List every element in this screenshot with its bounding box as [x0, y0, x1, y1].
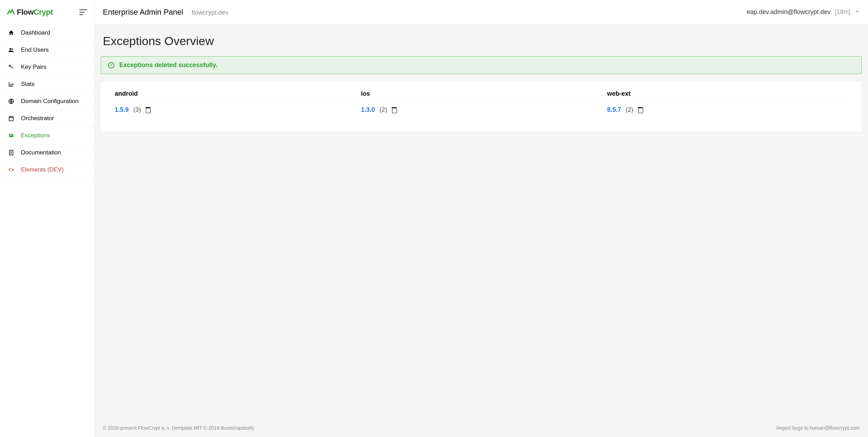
count-android: (3) [133, 106, 141, 113]
page-title: Exceptions Overview [94, 34, 868, 56]
users-icon [8, 46, 15, 53]
panel-title: Enterprise Admin Panel [103, 8, 183, 17]
sidebar-item-label: Stats [21, 81, 35, 88]
nav-list: Dashboard End Users Key Pairs Stats Doma… [0, 24, 94, 179]
sidebar-item-orchestrator[interactable]: Orchestrator [0, 110, 94, 127]
topbar: Enterprise Admin Panel flowcrypt.dev eap… [94, 0, 868, 24]
sidebar-item-label: End Users [21, 46, 49, 53]
exceptions-icon [8, 132, 15, 139]
exceptions-table: android ios web-ext 1.5.9 (3) [112, 86, 851, 118]
footer: © 2020-present FlowCrypt a. s. (template… [94, 419, 868, 437]
footer-copyright: © 2020-present FlowCrypt a. s. (template… [103, 425, 254, 431]
count-web-ext: (2) [626, 106, 633, 113]
code-icon [8, 166, 15, 173]
column-header-android: android [112, 86, 358, 102]
column-header-web-ext: web-ext [604, 86, 851, 102]
sidebar: FlowCrypt Dashboard End Users Key Pairs … [0, 0, 94, 437]
footer-bugs: Report bugs to human@flowcrypt.com [776, 425, 860, 431]
menu-toggle-icon[interactable] [79, 9, 87, 15]
check-circle-icon: ✓ [108, 62, 114, 68]
chevron-down-icon[interactable] [855, 9, 860, 15]
svg-point-0 [9, 48, 11, 50]
sidebar-item-dashboard[interactable]: Dashboard [0, 24, 94, 42]
count-ios: (2) [379, 106, 387, 113]
globe-icon [8, 98, 15, 105]
sidebar-item-label: Key Pairs [21, 64, 47, 71]
sidebar-item-exceptions[interactable]: Exceptions [0, 127, 94, 144]
home-icon [8, 29, 15, 36]
trash-icon[interactable] [145, 107, 150, 113]
sidebar-item-domain-config[interactable]: Domain Configuration [0, 93, 94, 110]
session-time: [18m] [835, 8, 851, 16]
table-row: 1.5.9 (3) 1.3.0 (2) 8.5.7 [112, 102, 851, 118]
logo[interactable]: FlowCrypt [7, 8, 53, 17]
sidebar-item-label: Domain Configuration [21, 98, 78, 105]
user-menu[interactable]: eap.dev.admin@flowcrypt.dev [18m] [747, 8, 860, 16]
sidebar-item-documentation[interactable]: Documentation [0, 144, 94, 161]
calendar-icon [8, 115, 15, 122]
sidebar-item-label: Orchestrator [21, 115, 54, 122]
footer-bugs-email-link[interactable]: human@flowcrypt.com [810, 425, 860, 431]
main-region: Enterprise Admin Panel flowcrypt.dev eap… [94, 0, 868, 437]
version-link-ios[interactable]: 1.3.0 [361, 106, 375, 113]
sidebar-item-label: Dashboard [21, 29, 50, 36]
content-area: Exceptions Overview ✓ Exceptions deleted… [94, 24, 868, 419]
logo-text-crypt: Crypt [34, 8, 53, 16]
stats-icon [8, 81, 15, 88]
svg-point-1 [12, 49, 13, 50]
keys-icon [8, 64, 15, 71]
sidebar-item-label: Documentation [21, 149, 61, 156]
svg-rect-4 [9, 117, 13, 121]
sidebar-item-stats[interactable]: Stats [0, 76, 94, 93]
trash-icon[interactable] [392, 107, 397, 113]
exceptions-card: android ios web-ext 1.5.9 (3) [101, 82, 862, 132]
sidebar-header: FlowCrypt [0, 0, 94, 24]
column-header-ios: ios [358, 86, 604, 102]
doc-icon [8, 149, 15, 156]
sidebar-item-label: Elements (DEV) [21, 166, 64, 173]
sidebar-item-label: Exceptions [21, 132, 50, 139]
logo-mark-icon [7, 8, 15, 16]
sidebar-item-elements-dev[interactable]: Elements (DEV) [0, 161, 94, 179]
logo-text-flow: Flow [17, 8, 34, 16]
sidebar-item-end-users[interactable]: End Users [0, 42, 94, 59]
version-link-android[interactable]: 1.5.9 [115, 106, 129, 113]
user-email: eap.dev.admin@flowcrypt.dev [747, 8, 831, 16]
version-link-web-ext[interactable]: 8.5.7 [607, 106, 621, 113]
trash-icon[interactable] [638, 107, 643, 113]
domain-label: flowcrypt.dev [192, 9, 228, 16]
sidebar-item-key-pairs[interactable]: Key Pairs [0, 59, 94, 76]
alert-success: ✓ Exceptions deleted successfully. [101, 56, 862, 74]
alert-message: Exceptions deleted successfully. [119, 61, 218, 69]
